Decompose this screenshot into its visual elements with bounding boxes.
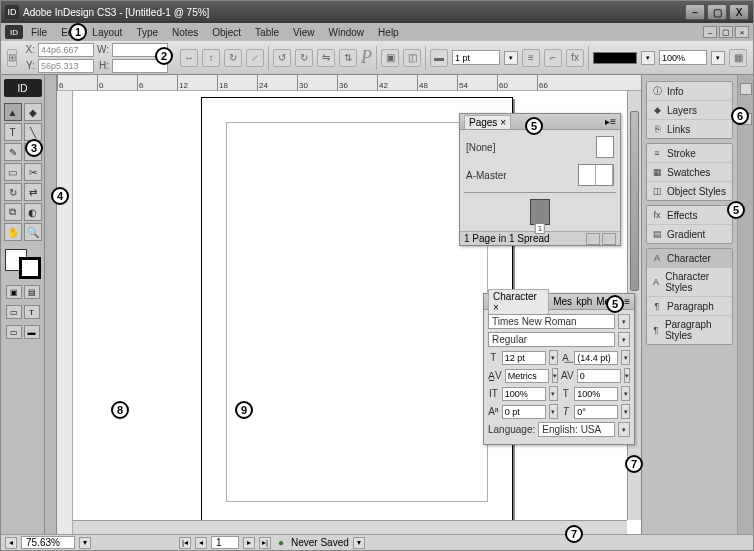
panel-dock-left[interactable] [45, 75, 57, 534]
font-style-select[interactable]: Regular [488, 332, 615, 347]
fill-swatch[interactable] [593, 52, 637, 64]
scale-x-icon[interactable]: ↔ [180, 49, 198, 67]
scale-y-icon[interactable]: ↕ [202, 49, 220, 67]
menu-view[interactable]: View [287, 25, 321, 40]
rotate-ccw-icon[interactable]: ↺ [273, 49, 291, 67]
language-select[interactable]: English: USA [538, 422, 615, 437]
skew-dropdown-icon[interactable]: ▾ [621, 404, 630, 419]
stroke-weight-dropdown[interactable]: ▾ [504, 51, 518, 65]
char-tab2[interactable]: Mes [553, 296, 572, 307]
fit-icon[interactable]: ▦ [729, 49, 747, 67]
font-style-dropdown-icon[interactable]: ▾ [618, 332, 630, 347]
cp-x-input[interactable] [38, 43, 94, 57]
window-min-button[interactable]: – [685, 4, 705, 20]
current-page-thumb[interactable] [530, 199, 550, 225]
baseline-dropdown-icon[interactable]: ▾ [549, 404, 558, 419]
character-tab[interactable]: Character × [488, 289, 549, 314]
scroll-thumb[interactable] [630, 111, 639, 291]
panel-character-styles[interactable]: ACharacter Styles [647, 268, 732, 297]
first-page-button[interactable]: |◂ [179, 537, 191, 549]
menu-help[interactable]: Help [372, 25, 405, 40]
new-page-button[interactable] [586, 233, 600, 245]
reference-point-icon[interactable]: ⊞ [7, 49, 17, 67]
next-page-button[interactable]: ▸ [243, 537, 255, 549]
panel-paragraph[interactable]: ¶Paragraph [647, 297, 732, 316]
panel-object-styles[interactable]: ◫Object Styles [647, 182, 732, 200]
stroke-proxy-icon[interactable] [19, 257, 41, 279]
vscale-dropdown-icon[interactable]: ▾ [549, 386, 558, 401]
gradient-tool[interactable]: ◐ [24, 203, 42, 221]
panel-stroke[interactable]: ≡Stroke [647, 144, 732, 163]
fill-stroke-proxy[interactable] [5, 249, 41, 279]
tracking-dropdown-icon[interactable]: ▾ [624, 368, 630, 383]
horizontal-ruler[interactable]: 6 0 6 12 18 24 30 36 42 48 54 60 66 [57, 75, 641, 91]
hscale-dropdown-icon[interactable]: ▾ [621, 386, 630, 401]
stroke-weight-input[interactable] [452, 50, 500, 65]
hscale-input[interactable] [574, 387, 618, 401]
select-container-icon[interactable]: ▣ [381, 49, 399, 67]
zoom-level-field[interactable]: 75.63% [21, 536, 75, 549]
selection-tool[interactable]: ▲ [4, 103, 22, 121]
spread-thumb-icon[interactable] [578, 164, 614, 186]
menu-table[interactable]: Table [249, 25, 285, 40]
font-family-dropdown-icon[interactable]: ▾ [618, 314, 630, 329]
rectangle-frame-tool[interactable]: ▭ [4, 163, 22, 181]
strip-icon[interactable] [740, 113, 752, 125]
panel-effects[interactable]: fxEffects [647, 206, 732, 225]
zoom-input[interactable] [659, 50, 707, 65]
page-thumb-icon[interactable] [596, 136, 614, 158]
rotate-tool[interactable]: ⇄ [24, 183, 42, 201]
zoom-dropdown-icon[interactable]: ▾ [79, 537, 91, 549]
window-max-button[interactable]: ▢ [707, 4, 727, 20]
apply-gradient-icon[interactable]: ▤ [24, 285, 40, 299]
mdi-close-button[interactable]: × [735, 26, 749, 38]
direct-selection-tool[interactable]: ◆ [24, 103, 42, 121]
shear-icon[interactable]: ⟋ [246, 49, 264, 67]
free-transform-tool[interactable]: ⧉ [4, 203, 22, 221]
pen-tool[interactable]: ✎ [4, 143, 22, 161]
hand-tool[interactable]: ✋ [4, 223, 22, 241]
window-close-button[interactable]: X [729, 4, 749, 20]
prev-page-button[interactable]: ◂ [195, 537, 207, 549]
flip-v-icon[interactable]: ⇅ [339, 49, 357, 67]
formatting-text-icon[interactable]: T [24, 305, 40, 319]
pages-panel-header[interactable]: Pages × ▸≡ [460, 114, 620, 130]
app-menu-icon[interactable]: ID [5, 25, 23, 39]
menu-file[interactable]: File [25, 25, 53, 40]
fill-dropdown[interactable]: ▾ [641, 51, 655, 65]
pages-amaster-row[interactable]: A-Master [464, 162, 616, 188]
tracking-input[interactable] [577, 369, 621, 383]
flip-h-icon[interactable]: ⇋ [317, 49, 335, 67]
character-panel-header[interactable]: Character × Mes kph Mes ▸≡ [484, 294, 634, 310]
panel-swatches[interactable]: ▦Swatches [647, 163, 732, 182]
char-tab4[interactable]: Mes [596, 296, 615, 307]
baseline-input[interactable] [502, 405, 546, 419]
panel-links[interactable]: ⎘Links [647, 120, 732, 138]
select-content-icon[interactable]: ◫ [403, 49, 421, 67]
pages-none-row[interactable]: [None] [464, 134, 616, 160]
pages-panel[interactable]: Pages × ▸≡ [None] A-Master 1 Page in 1 S… [459, 113, 621, 246]
font-size-dropdown-icon[interactable]: ▾ [549, 350, 558, 365]
cp-h-input[interactable] [112, 59, 168, 73]
skew-input[interactable] [574, 405, 618, 419]
line-tool[interactable]: ╲ [24, 123, 42, 141]
last-page-button[interactable]: ▸| [259, 537, 271, 549]
cp-w-input[interactable] [112, 43, 168, 57]
menu-type[interactable]: Type [130, 25, 164, 40]
horizontal-scrollbar[interactable] [73, 520, 627, 534]
font-size-input[interactable] [502, 351, 546, 365]
font-family-select[interactable]: Times New Roman [488, 314, 615, 329]
char-tab3[interactable]: kph [576, 296, 592, 307]
stroke-icon[interactable]: ▬ [430, 49, 448, 67]
menu-edit[interactable]: Edit [55, 25, 84, 40]
menu-notes[interactable]: Notes [166, 25, 204, 40]
menu-layout[interactable]: Layout [86, 25, 128, 40]
scissors-tool[interactable]: ↻ [4, 183, 22, 201]
language-dropdown-icon[interactable]: ▾ [618, 422, 630, 437]
normal-view-icon[interactable]: ▭ [6, 325, 22, 339]
vscale-input[interactable] [502, 387, 546, 401]
zoom-tool[interactable]: 🔍 [24, 223, 42, 241]
zoom-dropdown[interactable]: ▾ [711, 51, 725, 65]
menu-object[interactable]: Object [206, 25, 247, 40]
character-panel[interactable]: Character × Mes kph Mes ▸≡ Times New Rom… [483, 293, 635, 445]
